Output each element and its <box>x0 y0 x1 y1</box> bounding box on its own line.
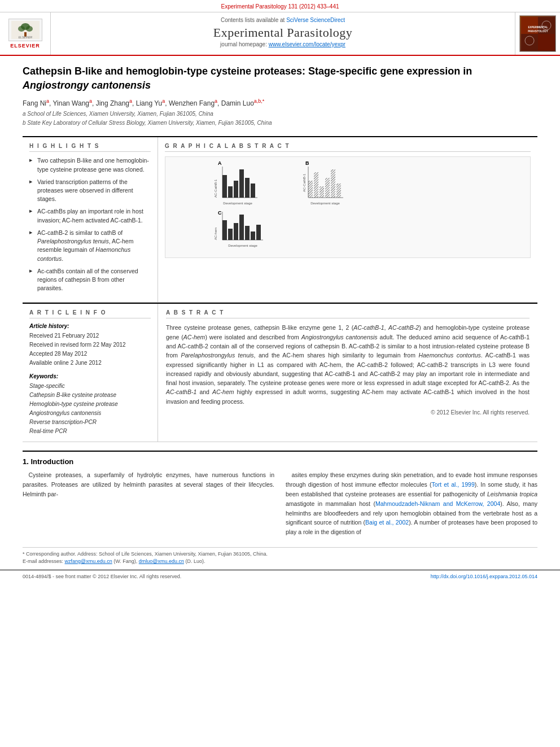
journal-ref: Experimental Parasitology 131 (2012) 433… <box>0 0 560 12</box>
main-content: Cathepsin B-like and hemoglobin-type cys… <box>0 56 560 564</box>
svg-text:EXPERIMENTAL: EXPERIMENTAL <box>528 26 548 29</box>
svg-text:C: C <box>218 210 222 216</box>
svg-rect-43 <box>251 231 255 240</box>
svg-rect-17 <box>234 181 238 198</box>
abstract-title: A B S T R A C T <box>166 309 530 318</box>
journal-thumbnail: EXPERIMENTAL PARASITOLOGY <box>515 12 560 55</box>
homepage-url[interactable]: www.elsevier.com/locate/yexpr <box>269 41 345 47</box>
svg-rect-29 <box>320 186 324 198</box>
elsevier-label: ELSEVIER <box>10 43 40 49</box>
journal-ref-text: Experimental Parasitology 131 (2012) 433… <box>221 3 339 10</box>
article-title: Cathepsin B-like and hemoglobin-type cys… <box>23 64 537 93</box>
contents-line: Contents lists available at SciVerse Sci… <box>62 17 504 23</box>
abstract-text: Three cysteine protease genes, cathepsin… <box>166 323 530 405</box>
svg-rect-30 <box>325 178 330 198</box>
svg-rect-8 <box>538 34 555 51</box>
graphical-abstract-image: A AC-CathB-1 Development stage B AC-Cath… <box>165 156 531 258</box>
article-info-column: A R T I C L E I N F O Article history: R… <box>23 304 158 442</box>
journal-homepage: journal homepage: www.elsevier.com/locat… <box>62 41 504 47</box>
keyword-4: Angiostrongylus cantonensis <box>29 409 151 418</box>
svg-text:Development stage: Development stage <box>310 202 340 205</box>
highlights-column: H I G H L I G H T S Two cathepsin B-like… <box>23 137 158 302</box>
revised-date: Received in revised form 22 May 2012 <box>29 340 151 350</box>
svg-rect-15 <box>222 175 227 198</box>
svg-text:A: A <box>218 160 222 166</box>
svg-rect-38 <box>222 220 227 240</box>
svg-text:AC-CathB-1: AC-CathB-1 <box>214 179 217 198</box>
homepage-label: journal homepage: <box>220 41 267 47</box>
footnotes-section: * Corresponding author. Address: School … <box>23 547 537 564</box>
sciverse-link[interactable]: SciVerse ScienceDirect <box>286 17 345 23</box>
elsevier-logo-section: ELSEVIER ELSEVIER <box>0 12 51 55</box>
doi-link[interactable]: http://dx.doi.org/10.1016/j.exppara.2012… <box>431 574 537 579</box>
highlight-item-1: Two cathepsin B-like and one hemoglobin-… <box>29 156 151 173</box>
journal-header: ELSEVIER ELSEVIER Contents lists availab… <box>0 12 560 56</box>
svg-rect-20 <box>251 184 255 198</box>
keyword-2: Cathepsin B-like cysteine protease <box>29 391 151 400</box>
info-abstract-section: A R T I C L E I N F O Article history: R… <box>23 303 537 442</box>
svg-rect-27 <box>308 181 313 198</box>
highlight-item-2: Varied transcription patterns of the pro… <box>29 178 151 204</box>
email-dluo[interactable]: dmluo@xmu.edu.cn <box>139 558 184 564</box>
svg-rect-18 <box>239 169 244 198</box>
journal-title: Experimental Parasitology <box>62 25 504 40</box>
received-date: Received 21 February 2012 <box>29 331 151 340</box>
highlights-title: H I G H L I G H T S <box>29 143 151 152</box>
issn-text: 0014-4894/$ - see front matter © 2012 El… <box>23 574 181 579</box>
keywords-section: Keywords: Stage-specific Cathepsin B-lik… <box>29 373 151 436</box>
graphical-abstract-svg: A AC-CathB-1 Development stage B AC-Cath… <box>165 158 530 257</box>
ref-baig[interactable]: Baig et al., 2002 <box>365 519 409 526</box>
highlight-item-5: Ac-cathBs contain all of the conserved r… <box>29 267 151 293</box>
copyright-line: © 2012 Elsevier Inc. All rights reserved… <box>166 409 530 416</box>
history-label: Article history: <box>29 323 151 329</box>
highlight-item-3: AC-cathBs play an important role in host… <box>29 207 151 224</box>
svg-rect-32 <box>336 184 341 198</box>
svg-point-2 <box>18 26 25 32</box>
svg-text:PARASITOLOGY: PARASITOLOGY <box>528 30 548 33</box>
svg-rect-42 <box>245 226 250 240</box>
svg-text:Development stage: Development stage <box>228 244 257 247</box>
highlights-list: Two cathepsin B-like and one hemoglobin-… <box>29 156 151 292</box>
elsevier-logo-image: ELSEVIER <box>8 19 42 41</box>
keyword-5: Reverse transcription-PCR <box>29 418 151 427</box>
contents-text: Contents lists available at <box>221 17 285 23</box>
svg-rect-44 <box>256 225 261 240</box>
svg-rect-40 <box>234 223 238 240</box>
svg-text:ELSEVIER: ELSEVIER <box>18 36 32 39</box>
svg-text:AC-CathB-1: AC-CathB-1 <box>303 173 306 192</box>
parasitology-cover-icon: EXPERIMENTAL PARASITOLOGY <box>521 17 555 51</box>
email-wfang[interactable]: wzfang@xmu.edu.cn <box>65 558 112 564</box>
highlights-graphical-section: H I G H L I G H T S Two cathepsin B-like… <box>23 136 537 303</box>
affiliation-a: a School of Life Sciences, Xiamen Univer… <box>23 110 537 119</box>
article-title-italic: Angiostrongy cantonensis <box>23 80 151 91</box>
journal-center: Contents lists available at SciVerse Sci… <box>51 12 515 55</box>
accepted-date: Accepted 28 May 2012 <box>29 350 151 359</box>
footnote-corresponding: * Corresponding author. Address: School … <box>23 551 537 557</box>
intro-col-left: Cysteine proteases, a superfamily of hyd… <box>23 470 274 541</box>
graphical-abstract-column: G R A P H I C A L A B S T R A C T A AC-C… <box>158 137 537 302</box>
svg-rect-28 <box>314 172 318 198</box>
intro-heading: 1. Introduction <box>23 457 537 466</box>
authors: Fang Nia, Yinan Wanga, Jing Zhanga, Lian… <box>23 98 537 107</box>
svg-rect-31 <box>331 169 335 198</box>
keyword-3: Hemoglobin-type cysteine protease <box>29 400 151 409</box>
ref-tort[interactable]: Tort et al., 1999 <box>432 481 475 488</box>
keywords-label: Keywords: <box>29 373 151 379</box>
svg-rect-19 <box>245 178 250 198</box>
keyword-6: Real-time PCR <box>29 427 151 436</box>
affiliation-b: b State Key Laboratory of Cellular Stres… <box>23 119 537 128</box>
abstract-column: A B S T R A C T Three cysteine protease … <box>158 304 537 442</box>
highlight-item-4: AC-cathB-2 is similar to cathB of Parela… <box>29 229 151 263</box>
svg-point-3 <box>26 26 33 32</box>
bottom-bar: 0014-4894/$ - see front matter © 2012 El… <box>0 570 560 583</box>
footnote-email: E-mail addresses: wzfang@xmu.edu.cn (W. … <box>23 558 537 564</box>
journal-thumb-image: EXPERIMENTAL PARASITOLOGY <box>519 15 556 52</box>
svg-rect-16 <box>228 186 233 198</box>
svg-text:B: B <box>305 160 309 166</box>
article-info-title: A R T I C L E I N F O <box>29 309 151 318</box>
intro-paragraph-right: asites employ these enzymes during skin … <box>286 470 537 537</box>
ref-mahmoudzadeh[interactable]: Mahmoudzadeh-Niknam and McKerrow, 2004 <box>375 500 500 507</box>
introduction-section: 1. Introduction Cysteine proteases, a su… <box>23 451 537 541</box>
svg-text:Development stage: Development stage <box>223 202 252 205</box>
available-date: Available online 2 June 2012 <box>29 359 151 368</box>
